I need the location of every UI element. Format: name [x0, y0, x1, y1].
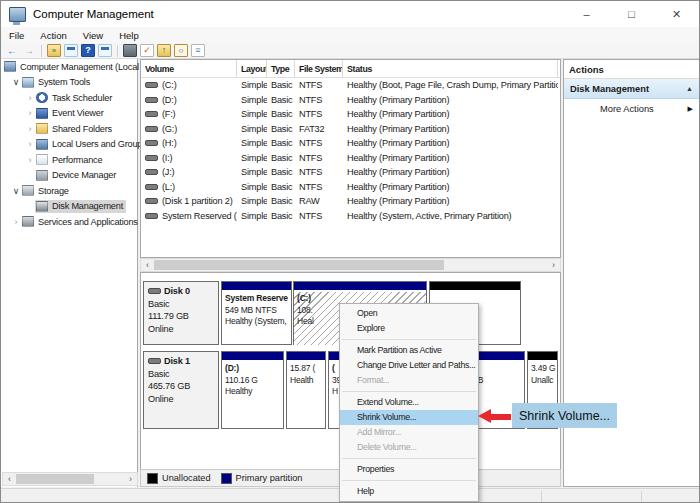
- search-icon[interactable]: ○: [174, 44, 188, 57]
- unallocated-swatch: [147, 473, 158, 484]
- cell-fs: NTFS: [295, 167, 343, 177]
- chevron-expanded-icon[interactable]: ∨: [11, 186, 21, 196]
- up-folder-icon[interactable]: ↑: [157, 44, 171, 57]
- menu-item-help[interactable]: Help: [340, 484, 478, 499]
- disk-icon: [148, 358, 161, 364]
- tree-item-shared-folders[interactable]: ›Shared Folders: [1, 121, 137, 137]
- chevron-collapsed-icon[interactable]: ›: [25, 124, 35, 134]
- cell-fs: NTFS: [295, 80, 343, 90]
- action-check-icon[interactable]: ✓: [140, 44, 154, 57]
- disk1-label[interactable]: Disk 1 Basic 465.76 GB Online: [143, 351, 219, 429]
- tree-item-computer-management[interactable]: Computer Management (Local: [1, 59, 137, 75]
- menu-item-properties[interactable]: Properties: [340, 462, 478, 477]
- menu-item-extend-volume[interactable]: Extend Volume...: [340, 395, 478, 410]
- tree-item-system-tools[interactable]: ∨System Tools: [1, 75, 137, 91]
- cell-status: Healthy (Primary Partition): [343, 196, 558, 206]
- cell-fs: FAT32: [295, 124, 343, 134]
- disk0-label[interactable]: Disk 0 Basic 111.79 GB Online: [143, 281, 219, 345]
- chevron-collapsed-icon[interactable]: ›: [11, 217, 21, 227]
- menu-item-shrink-volume[interactable]: Shrink Volume...: [340, 410, 478, 425]
- cell-fs: NTFS: [295, 182, 343, 192]
- more-actions[interactable]: More Actions ▶: [564, 99, 699, 118]
- menu-action[interactable]: Action: [32, 30, 74, 41]
- partition-system-reserved[interactable]: System Reserve549 MB NTFSHealthy (System…: [221, 281, 292, 345]
- table-row[interactable]: (H:)SimpleBasicNTFSHealthy (Primary Part…: [141, 136, 560, 151]
- performance-icon: [36, 154, 48, 165]
- actions-disk-management[interactable]: Disk Management ▲: [564, 79, 699, 99]
- minimize-button[interactable]: –: [564, 1, 609, 27]
- tree-item-task-scheduler[interactable]: ›Task Scheduler: [1, 90, 137, 106]
- table-row[interactable]: (L:)SimpleBasicNTFSHealthy (Primary Part…: [141, 180, 560, 195]
- chevron-collapsed-icon[interactable]: ›: [25, 108, 35, 118]
- table-row[interactable]: (C:)SimpleBasicNTFSHealthy (Boot, Page F…: [141, 78, 560, 93]
- cell-volume: System Reserved (K:): [141, 211, 237, 221]
- menu-help[interactable]: Help: [111, 30, 147, 41]
- disk-icon: [148, 288, 161, 294]
- table-row[interactable]: (F:)SimpleBasicNTFSHealthy (Primary Part…: [141, 107, 560, 122]
- tree-item-storage[interactable]: ∨Storage: [1, 183, 137, 199]
- scroll-thumb[interactable]: [16, 474, 94, 484]
- help-icon[interactable]: ?: [81, 44, 95, 57]
- volume-icon: [145, 97, 158, 103]
- menu-view[interactable]: View: [75, 30, 111, 41]
- volume-list-header[interactable]: Volume Layout Type File System Status: [141, 60, 560, 78]
- close-button[interactable]: ✕: [654, 1, 699, 27]
- list-horizontal-scrollbar[interactable]: ‹ ›: [140, 258, 561, 272]
- tree-item-disk-management[interactable]: Disk Management: [1, 199, 137, 215]
- table-row[interactable]: (G:)SimpleBasicFAT32Healthy (Primary Par…: [141, 122, 560, 137]
- chevron-expanded-icon[interactable]: ∨: [11, 77, 21, 87]
- partition-15gb[interactable]: 15.87 (Health: [286, 351, 326, 429]
- tree-item-device-manager[interactable]: Device Manager: [1, 168, 137, 184]
- screen-icon[interactable]: [123, 44, 137, 57]
- cell-status: Healthy (Primary Partition): [343, 138, 558, 148]
- storage-icon: [22, 185, 34, 196]
- table-row[interactable]: (Disk 1 partition 2)SimpleBasicRAWHealth…: [141, 194, 560, 209]
- table-row[interactable]: (J:)SimpleBasicNTFSHealthy (Primary Part…: [141, 165, 560, 180]
- show-console-tree-icon[interactable]: [64, 44, 78, 57]
- partition-d[interactable]: (D:)110.16 GHealthy: [221, 351, 284, 429]
- tree-item-event-viewer[interactable]: ›Event Viewer: [1, 106, 137, 122]
- table-row[interactable]: (I:)SimpleBasicNTFSHealthy (Primary Part…: [141, 151, 560, 166]
- chevron-collapsed-icon[interactable]: ›: [25, 139, 35, 149]
- column-file-system[interactable]: File System: [295, 60, 343, 77]
- scroll-thumb[interactable]: [154, 260, 444, 270]
- cell-volume: (C:): [141, 80, 237, 90]
- tree-item-services-applications[interactable]: ›Services and Applications: [1, 214, 137, 230]
- console-window-icon[interactable]: [98, 44, 112, 57]
- menu-item-change-drive-letter[interactable]: Change Drive Letter and Paths...: [340, 358, 478, 373]
- tree-item-local-users-groups[interactable]: ›Local Users and Groups: [1, 137, 137, 153]
- column-status[interactable]: Status: [343, 60, 558, 77]
- computer-icon: [4, 61, 16, 72]
- forward-icon[interactable]: →: [22, 44, 36, 57]
- cell-layout: Simple: [237, 153, 267, 163]
- chevron-collapsed-icon[interactable]: ›: [25, 93, 35, 103]
- menu-item-open[interactable]: Open: [340, 306, 478, 321]
- menu-item-mark-partition-active[interactable]: Mark Partition as Active: [340, 343, 478, 358]
- back-icon[interactable]: ←: [5, 44, 19, 57]
- menu-item-delete-volume: Delete Volume...: [340, 440, 478, 455]
- cell-type: Basic: [267, 167, 295, 177]
- table-row[interactable]: System Reserved (K:)SimpleBasicNTFSHealt…: [141, 209, 560, 224]
- menu-file[interactable]: File: [1, 30, 32, 41]
- scroll-right-icon[interactable]: ›: [124, 474, 137, 484]
- volume-icon: [145, 198, 158, 204]
- cell-fs: NTFS: [295, 138, 343, 148]
- maximize-button[interactable]: □: [609, 1, 654, 27]
- chevron-collapsed-icon[interactable]: ›: [25, 155, 35, 165]
- scroll-right-icon[interactable]: ›: [547, 260, 560, 270]
- collapse-icon[interactable]: ▲: [686, 85, 693, 92]
- table-row[interactable]: (D:)SimpleBasicNTFSHealthy (Primary Part…: [141, 93, 560, 108]
- tree-horizontal-scrollbar[interactable]: ‹ ›: [2, 472, 138, 486]
- properties-list-icon[interactable]: ≡: [191, 44, 205, 57]
- tree-item-performance[interactable]: ›Performance: [1, 152, 137, 168]
- column-layout[interactable]: Layout: [237, 60, 267, 77]
- menu-item-format: Format...: [340, 373, 478, 388]
- column-type[interactable]: Type: [267, 60, 295, 77]
- menu-item-explore[interactable]: Explore: [340, 321, 478, 336]
- partition-color-bar: [430, 282, 520, 292]
- column-volume[interactable]: Volume: [141, 60, 237, 77]
- cell-type: Basic: [267, 153, 295, 163]
- export-list-icon[interactable]: »: [47, 44, 61, 57]
- scroll-left-icon[interactable]: ‹: [141, 260, 154, 270]
- scroll-left-icon[interactable]: ‹: [3, 474, 16, 484]
